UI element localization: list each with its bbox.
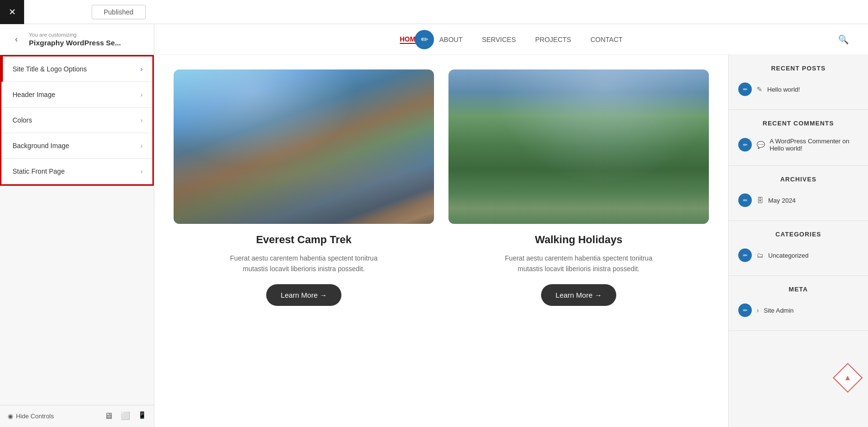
menu-item-site-title-label: Site Title & Logo Options xyxy=(13,65,87,73)
arrow-right-icon: › xyxy=(757,306,759,314)
top-bar: ✕ Published xyxy=(0,0,868,24)
pencil-icon: ✎ xyxy=(757,85,762,93)
comment-icon: 💬 xyxy=(757,141,765,149)
widget-categories-item: ✏ 🗂 Uncategorized xyxy=(738,245,858,266)
nav-link-about[interactable]: ABOUT xyxy=(439,36,462,43)
main-content: Everest Camp Trek Fuerat aestu carentem … xyxy=(154,55,728,427)
widget-meta-item: ✏ › Site Admin xyxy=(738,300,858,321)
content-area: Everest Camp Trek Fuerat aestu carentem … xyxy=(154,55,868,427)
widget-categories: CATEGORIES ✏ 🗂 Uncategorized xyxy=(729,221,868,276)
cards-grid: Everest Camp Trek Fuerat aestu carentem … xyxy=(174,69,709,306)
menu-item-background-image[interactable]: Background Image › xyxy=(1,133,152,159)
card-walking-image xyxy=(448,69,709,224)
card-walking: Walking Holidays Fuerat aestu carentem h… xyxy=(448,69,709,306)
edit-icon-archives[interactable]: ✏ xyxy=(738,193,752,207)
menu-item-header-image-label: Header Image xyxy=(13,91,55,98)
sidebar: ‹ You are customizing Pixgraphy WordPres… xyxy=(0,24,154,427)
learn-more-button-walking[interactable]: Learn More → xyxy=(541,284,616,306)
published-button[interactable]: Published xyxy=(92,5,146,19)
chevron-right-icon: › xyxy=(140,65,143,73)
website-preview: ✏ HOME ABOUT SERVICES PROJECTS CONTACT 🔍 xyxy=(154,24,868,427)
desktop-icon[interactable]: 🖥 xyxy=(104,411,113,421)
widget-recent-posts-item: ✏ ✎ Hello world! xyxy=(738,79,858,100)
chevron-right-icon: › xyxy=(140,91,143,98)
scroll-top-arrow-icon: ▲ xyxy=(844,373,852,382)
card-everest-desc: Fuerat aestu carentem habentia spectent … xyxy=(222,253,386,275)
site-logo: ✏ xyxy=(415,30,434,49)
menu-outline: Site Title & Logo Options › Header Image… xyxy=(0,55,154,186)
widget-recent-comments-item: ✏ 💬 A WordPress Commenter on Hello world… xyxy=(738,134,858,156)
preview-area: ✏ HOME ABOUT SERVICES PROJECTS CONTACT 🔍 xyxy=(154,24,868,427)
folder-icon: 🗂 xyxy=(757,251,763,259)
sidebar-header: ‹ You are customizing Pixgraphy WordPres… xyxy=(0,24,154,55)
tablet-icon[interactable]: ⬜ xyxy=(121,411,130,421)
widget-archives: ARCHIVES ✏ 🗄 May 2024 xyxy=(729,166,868,221)
close-button[interactable]: ✕ xyxy=(0,0,24,24)
chevron-right-icon: › xyxy=(140,142,143,150)
menu-item-static-front-page[interactable]: Static Front Page › xyxy=(1,159,152,184)
archives-item-text: May 2024 xyxy=(768,197,796,204)
search-icon[interactable]: 🔍 xyxy=(838,34,849,45)
menu-item-static-front-page-label: Static Front Page xyxy=(13,167,65,175)
edit-icon-meta[interactable]: ✏ xyxy=(738,303,752,317)
card-everest-title: Everest Camp Trek xyxy=(256,234,352,246)
widget-recent-posts-title: RECENT POSTS xyxy=(738,65,858,72)
widget-categories-title: CATEGORIES xyxy=(738,231,858,238)
widget-recent-comments-title: RECENT COMMENTS xyxy=(738,120,858,127)
menu-item-colors[interactable]: Colors › xyxy=(1,108,152,133)
chevron-right-icon: › xyxy=(140,116,143,124)
logo-pencil-icon: ✏ xyxy=(421,34,428,45)
device-icons: 🖥 ⬜ 📱 xyxy=(104,411,146,421)
hide-controls-button[interactable]: ◉ Hide Controls xyxy=(8,413,54,420)
widget-archives-item: ✏ 🗄 May 2024 xyxy=(738,190,858,211)
widget-meta: META ✏ › Site Admin xyxy=(729,276,868,331)
hiker-image xyxy=(174,69,434,224)
learn-more-button-everest[interactable]: Learn More → xyxy=(266,284,341,306)
walker-image xyxy=(448,69,709,224)
nav-link-contact[interactable]: CONTACT xyxy=(590,36,623,43)
menu-item-site-title[interactable]: Site Title & Logo Options › xyxy=(1,56,152,82)
menu-item-header-image[interactable]: Header Image › xyxy=(1,82,152,108)
main-layout: ‹ You are customizing Pixgraphy WordPres… xyxy=(0,24,868,427)
sidebar-title-block: You are customizing Pixgraphy WordPress … xyxy=(29,32,144,47)
categories-item-text: Uncategorized xyxy=(768,252,809,259)
mobile-icon[interactable]: 📱 xyxy=(138,411,146,421)
recent-comments-item-text: A WordPress Commenter on Hello world! xyxy=(770,138,858,152)
sidebar-bottom: ◉ Hide Controls 🖥 ⬜ 📱 xyxy=(0,405,154,427)
widget-recent-comments: RECENT COMMENTS ✏ 💬 A WordPress Commente… xyxy=(729,110,868,166)
menu-item-background-image-label: Background Image xyxy=(13,142,69,150)
hide-controls-label: Hide Controls xyxy=(16,413,54,420)
sidebar-subtitle: You are customizing xyxy=(29,32,144,38)
card-everest-image xyxy=(174,69,434,224)
edit-icon-categories[interactable]: ✏ xyxy=(738,248,752,262)
chevron-right-icon: › xyxy=(140,167,143,175)
nav-bar: ✏ HOME ABOUT SERVICES PROJECTS CONTACT 🔍 xyxy=(154,24,868,55)
nav-link-services[interactable]: SERVICES xyxy=(482,36,516,43)
widget-archives-title: ARCHIVES xyxy=(738,176,858,183)
widget-meta-title: META xyxy=(738,286,858,293)
meta-item-text: Site Admin xyxy=(764,307,794,314)
nav-link-projects[interactable]: PROJECTS xyxy=(535,36,571,43)
edit-icon-recent-comments[interactable]: ✏ xyxy=(738,138,752,152)
menu-list: Site Title & Logo Options › Header Image… xyxy=(0,55,154,405)
recent-posts-item-text: Hello world! xyxy=(767,86,800,93)
card-everest: Everest Camp Trek Fuerat aestu carentem … xyxy=(174,69,434,306)
card-walking-title: Walking Holidays xyxy=(535,234,622,246)
card-walking-desc: Fuerat aestu carentem habentia spectent … xyxy=(497,253,661,275)
widget-recent-posts: RECENT POSTS ✏ ✎ Hello world! xyxy=(729,55,868,110)
edit-icon-recent-posts[interactable]: ✏ xyxy=(738,83,752,96)
back-button[interactable]: ‹ xyxy=(10,33,23,46)
menu-item-colors-label: Colors xyxy=(13,116,32,124)
hide-controls-icon: ◉ xyxy=(8,413,13,420)
sidebar-title: Pixgraphy WordPress Se... xyxy=(29,39,144,47)
archive-icon: 🗄 xyxy=(757,196,763,204)
